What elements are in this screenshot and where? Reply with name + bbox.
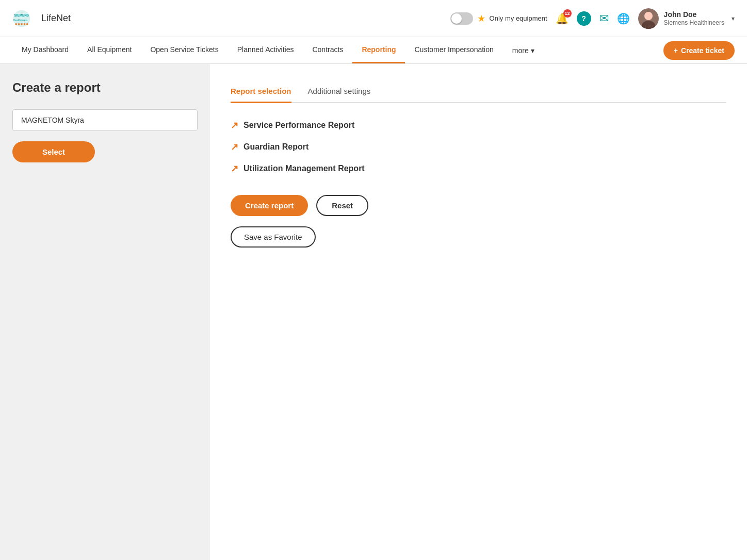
action-buttons-row2: Save as Favorite bbox=[231, 226, 726, 248]
top-header: SIEMENS Healthineers LifeNet ★ Only my e… bbox=[0, 0, 747, 37]
nav-more[interactable]: more ▾ bbox=[503, 37, 544, 63]
nav-item-contracts[interactable]: Contracts bbox=[303, 37, 352, 63]
tab-additional-settings[interactable]: Additional settings bbox=[308, 80, 371, 103]
svg-point-5 bbox=[21, 23, 23, 25]
report-label-utilization: Utilization Management Report bbox=[243, 164, 365, 173]
left-sidebar: Create a report Select bbox=[0, 64, 210, 560]
mail-icon[interactable]: ✉ bbox=[599, 12, 609, 25]
nav-items: My Dashboard All Equipment Open Service … bbox=[12, 37, 544, 63]
create-ticket-label: Create ticket bbox=[681, 46, 724, 55]
logo-area: SIEMENS Healthineers LifeNet bbox=[12, 9, 71, 28]
user-name: John Doe bbox=[664, 10, 724, 19]
globe-icon[interactable]: 🌐 bbox=[617, 12, 630, 25]
equipment-toggle[interactable] bbox=[450, 12, 473, 25]
report-arrow-icon-1: ↗ bbox=[231, 120, 238, 131]
user-company: Siemens Healthineers bbox=[664, 19, 724, 27]
nav-bar: My Dashboard All Equipment Open Service … bbox=[0, 37, 747, 64]
svg-text:Healthineers: Healthineers bbox=[13, 19, 28, 22]
nav-item-reporting[interactable]: Reporting bbox=[352, 37, 405, 63]
report-label-guardian: Guardian Report bbox=[243, 142, 308, 152]
nav-item-activities[interactable]: Planned Activities bbox=[228, 37, 303, 63]
tab-report-selection[interactable]: Report selection bbox=[231, 80, 291, 103]
nav-more-label: more bbox=[512, 46, 529, 55]
user-info: John Doe Siemens Healthineers bbox=[664, 10, 724, 27]
reset-button[interactable]: Reset bbox=[316, 195, 368, 216]
siemens-logo-icon: SIEMENS Healthineers bbox=[12, 9, 31, 28]
create-report-button[interactable]: Create report bbox=[231, 195, 308, 216]
svg-point-9 bbox=[644, 12, 653, 20]
nav-item-impersonation[interactable]: Customer Impersonation bbox=[405, 37, 502, 63]
user-profile-area[interactable]: John Doe Siemens Healthineers ▾ bbox=[638, 8, 735, 29]
user-menu-chevron-icon: ▾ bbox=[732, 15, 735, 22]
report-item-service-performance[interactable]: ↗ Service Performance Report bbox=[231, 120, 726, 131]
report-list: ↗ Service Performance Report ↗ Guardian … bbox=[231, 120, 726, 174]
help-icon[interactable]: ? bbox=[577, 11, 591, 26]
report-item-guardian[interactable]: ↗ Guardian Report bbox=[231, 141, 726, 153]
select-button[interactable]: Select bbox=[12, 141, 95, 162]
nav-item-equipment[interactable]: All Equipment bbox=[78, 37, 141, 63]
svg-text:SIEMENS: SIEMENS bbox=[14, 13, 29, 17]
notification-badge: 12 bbox=[563, 9, 572, 18]
create-ticket-plus-icon: + bbox=[674, 46, 678, 55]
sidebar-title: Create a report bbox=[12, 80, 198, 95]
svg-point-6 bbox=[24, 23, 26, 25]
svg-point-3 bbox=[15, 23, 17, 25]
report-item-utilization[interactable]: ↗ Utilization Management Report bbox=[231, 163, 726, 174]
svg-point-7 bbox=[26, 23, 28, 25]
app-name: LifeNet bbox=[41, 13, 71, 24]
action-buttons-row1: Create report Reset bbox=[231, 195, 726, 216]
report-label-service-performance: Service Performance Report bbox=[243, 121, 354, 130]
report-tabs: Report selection Additional settings bbox=[231, 80, 726, 103]
equipment-search-input[interactable] bbox=[12, 109, 198, 131]
save-favorite-button[interactable]: Save as Favorite bbox=[231, 226, 316, 248]
create-ticket-button[interactable]: + Create ticket bbox=[663, 41, 735, 60]
nav-item-dashboard[interactable]: My Dashboard bbox=[12, 37, 78, 63]
header-right: ★ Only my equipment 🔔 12 ? ✉ 🌐 John Do bbox=[450, 8, 735, 29]
main-content: Create a report Select Report selection … bbox=[0, 64, 747, 560]
toggle-label: Only my equipment bbox=[490, 14, 547, 22]
report-arrow-icon-3: ↗ bbox=[231, 163, 238, 174]
avatar bbox=[638, 8, 659, 29]
report-panel: Report selection Additional settings ↗ S… bbox=[210, 64, 747, 560]
toggle-area: ★ Only my equipment bbox=[450, 12, 547, 25]
nav-more-chevron-icon: ▾ bbox=[531, 46, 534, 55]
notification-bell-icon[interactable]: 🔔 12 bbox=[556, 12, 569, 25]
nav-item-tickets[interactable]: Open Service Tickets bbox=[141, 37, 228, 63]
svg-point-4 bbox=[18, 23, 20, 25]
star-icon[interactable]: ★ bbox=[477, 13, 485, 24]
report-arrow-icon-2: ↗ bbox=[231, 141, 238, 153]
